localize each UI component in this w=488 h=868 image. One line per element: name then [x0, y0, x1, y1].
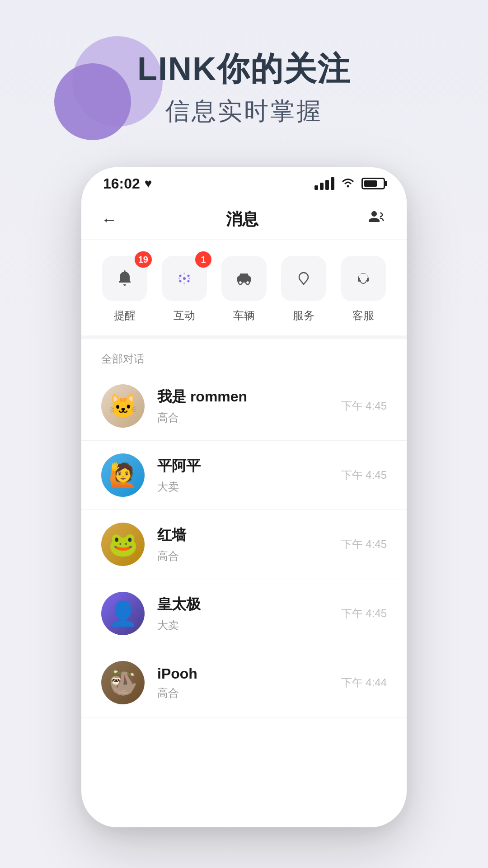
svg-point-5	[179, 280, 182, 283]
svg-point-2	[183, 277, 186, 280]
avatar: 🙋	[101, 453, 145, 497]
conversation-list: 🐱我是 rommen高合下午 4:45🙋平阿平大卖下午 4:45🐸红墙高合下午 …	[81, 372, 407, 717]
conversation-info: iPooh高合	[157, 665, 341, 700]
conversation-name: iPooh	[157, 665, 341, 682]
conversation-time: 下午 4:45	[341, 606, 387, 621]
conversation-time: 下午 4:45	[341, 468, 387, 482]
svg-point-1	[124, 270, 126, 272]
section-header: 全部对话	[81, 339, 407, 372]
conversation-sub: 大卖	[157, 480, 341, 494]
conversation-time: 下午 4:45	[341, 399, 387, 413]
conversation-sub: 大卖	[157, 618, 341, 632]
conversation-sub: 高合	[157, 686, 341, 700]
heart-icon: ♥	[145, 176, 152, 191]
phone-screen: 16:02 ♥	[81, 167, 407, 827]
category-badge-remind: 19	[135, 251, 152, 268]
category-icon-wrap-support	[341, 256, 386, 301]
category-item-service[interactable]: 服务	[281, 256, 326, 323]
conversation-info: 皇太极大卖	[157, 594, 341, 632]
wifi-icon	[341, 176, 355, 191]
conversation-item[interactable]: 🐸红墙高合下午 4:45	[81, 510, 407, 579]
svg-point-4	[188, 275, 190, 277]
category-icon-service	[281, 256, 326, 301]
avatar: 🐸	[101, 523, 145, 566]
svg-point-6	[188, 280, 190, 283]
back-button[interactable]: ←	[101, 210, 117, 229]
conversation-name: 红墙	[157, 525, 341, 545]
nav-bar: ← 消息	[81, 200, 407, 240]
svg-point-8	[183, 283, 185, 284]
svg-point-9	[178, 278, 180, 279]
svg-point-7	[183, 273, 185, 274]
category-item-support[interactable]: 客服	[341, 256, 386, 323]
category-icon-wrap-interact: 1	[162, 256, 207, 301]
conversation-name: 平阿平	[157, 456, 341, 476]
category-icon-wrap-service	[281, 256, 326, 301]
conversation-item[interactable]: 🙋平阿平大卖下午 4:45	[81, 441, 407, 510]
category-badge-interact: 1	[195, 251, 211, 268]
conversation-item[interactable]: 👤皇太极大卖下午 4:45	[81, 579, 407, 648]
conversation-sub: 高合	[157, 549, 341, 563]
category-item-interact[interactable]: 1互动	[162, 256, 207, 323]
category-icon-vehicle	[221, 256, 267, 301]
category-label-service: 服务	[293, 308, 314, 323]
category-label-vehicle: 车辆	[233, 308, 255, 323]
battery-icon	[361, 178, 385, 189]
categories-section: 19提醒1互动车辆服务客服	[81, 240, 407, 339]
conversation-name: 皇太极	[157, 594, 341, 614]
conversation-info: 我是 rommen高合	[157, 387, 341, 425]
category-icon-support	[341, 256, 386, 301]
nav-title: 消息	[226, 208, 258, 231]
category-icon-wrap-vehicle	[221, 256, 267, 301]
status-bar: 16:02 ♥	[81, 167, 407, 200]
conversation-name: 我是 rommen	[157, 387, 341, 407]
conversation-item[interactable]: 🦥iPooh高合下午 4:44	[81, 648, 407, 717]
svg-point-10	[188, 278, 190, 279]
category-item-remind[interactable]: 19提醒	[102, 256, 147, 323]
signal-icon	[314, 177, 334, 190]
category-label-remind: 提醒	[114, 308, 136, 323]
phone-mockup: 16:02 ♥	[81, 167, 407, 827]
category-label-interact: 互动	[174, 308, 195, 323]
conversation-info: 红墙高合	[157, 525, 341, 563]
svg-point-12	[239, 281, 242, 284]
avatar: 👤	[101, 592, 145, 635]
hero-subtitle: 信息实时掌握	[0, 95, 488, 128]
svg-point-13	[246, 281, 249, 284]
avatar: 🐱	[101, 384, 145, 428]
section-title: 全部对话	[101, 352, 387, 366]
conversation-time: 下午 4:45	[341, 537, 387, 552]
status-time: 16:02 ♥	[103, 175, 152, 192]
hero-title: LINK你的关注	[0, 47, 488, 91]
conversation-sub: 高合	[157, 410, 341, 425]
contacts-button[interactable]	[367, 208, 387, 231]
category-icon-wrap-remind: 19	[102, 256, 147, 301]
avatar: 🦥	[101, 661, 145, 704]
status-icons	[314, 176, 385, 191]
svg-point-3	[179, 275, 182, 277]
category-item-vehicle[interactable]: 车辆	[221, 256, 267, 323]
conversation-item[interactable]: 🐱我是 rommen高合下午 4:45	[81, 372, 407, 441]
conversation-time: 下午 4:44	[341, 675, 387, 690]
svg-point-0	[347, 185, 349, 187]
conversation-info: 平阿平大卖	[157, 456, 341, 494]
category-label-support: 客服	[352, 308, 374, 323]
